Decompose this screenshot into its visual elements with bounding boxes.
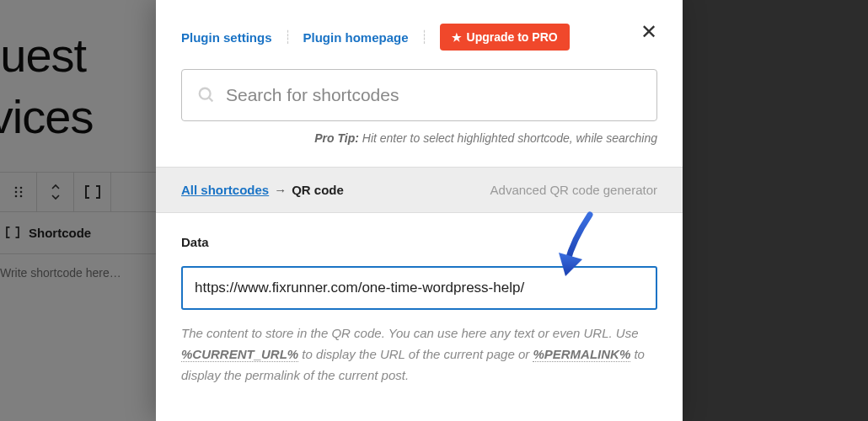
breadcrumb-current: QR code: [292, 183, 344, 197]
svg-point-0: [14, 186, 17, 189]
shortcode-input[interactable]: [0, 254, 156, 291]
separator: ┊: [421, 29, 428, 45]
separator: ┊: [284, 29, 292, 45]
post-title-fragment: equest ervices: [0, 0, 156, 148]
data-help-text: The content to store in the QR code. You…: [181, 323, 657, 386]
placeholder-token: %PERMALINK%: [533, 347, 630, 362]
block-label-row: Shortcode: [0, 212, 156, 254]
breadcrumb-root-link[interactable]: All shortcodes: [181, 183, 269, 197]
arrow-icon: →: [274, 183, 287, 197]
search-icon: [197, 86, 216, 104]
pro-tip-text: Pro Tip: Hit enter to select highlighted…: [181, 131, 657, 167]
breadcrumb-description: Advanced QR code generator: [490, 183, 657, 197]
plugin-settings-link[interactable]: Plugin settings: [181, 30, 272, 45]
svg-line-7: [209, 98, 213, 102]
title-line: equest: [0, 29, 86, 82]
star-icon: ★: [452, 32, 462, 43]
svg-point-6: [200, 88, 211, 99]
breadcrumb-bar: All shortcodes → QR code Advanced QR cod…: [156, 167, 683, 213]
help-segment: to display the URL of the current page o…: [302, 347, 533, 361]
search-field-wrap[interactable]: [181, 69, 657, 121]
placeholder-token: %CURRENT_URL%: [181, 347, 298, 362]
upgrade-button[interactable]: ★ Upgrade to PRO: [440, 24, 570, 51]
pro-tip-body: Hit enter to select highlighted shortcod…: [362, 131, 657, 145]
drag-handle-icon[interactable]: [0, 173, 37, 211]
breadcrumb: All shortcodes → QR code: [181, 183, 344, 197]
block-toolbar: [0, 172, 156, 212]
move-up-down-icon[interactable]: [37, 173, 74, 211]
plugin-homepage-link[interactable]: Plugin homepage: [303, 30, 409, 45]
svg-point-4: [14, 195, 17, 197]
pro-tip-label: Pro Tip:: [314, 131, 359, 145]
svg-point-1: [19, 186, 22, 189]
data-field-label: Data: [181, 235, 657, 249]
shortcode-icon: [5, 225, 20, 240]
svg-point-2: [14, 190, 17, 193]
modal-top-links: Plugin settings ┊ Plugin homepage ┊ ★ Up…: [181, 24, 657, 51]
upgrade-label: Upgrade to PRO: [467, 30, 558, 44]
block-label: Shortcode: [29, 226, 91, 240]
help-segment: The content to store in the QR code. You…: [181, 326, 639, 340]
background-editor: equest ervices Shortcode: [0, 0, 156, 421]
data-input[interactable]: [181, 266, 657, 310]
search-input[interactable]: [226, 85, 641, 105]
close-icon[interactable]: ✕: [634, 17, 664, 47]
svg-point-5: [19, 195, 22, 197]
svg-point-3: [19, 190, 22, 193]
shortcode-block-icon[interactable]: [74, 173, 111, 211]
title-line: ervices: [0, 90, 93, 143]
shortcode-modal: Plugin settings ┊ Plugin homepage ┊ ★ Up…: [156, 0, 683, 421]
